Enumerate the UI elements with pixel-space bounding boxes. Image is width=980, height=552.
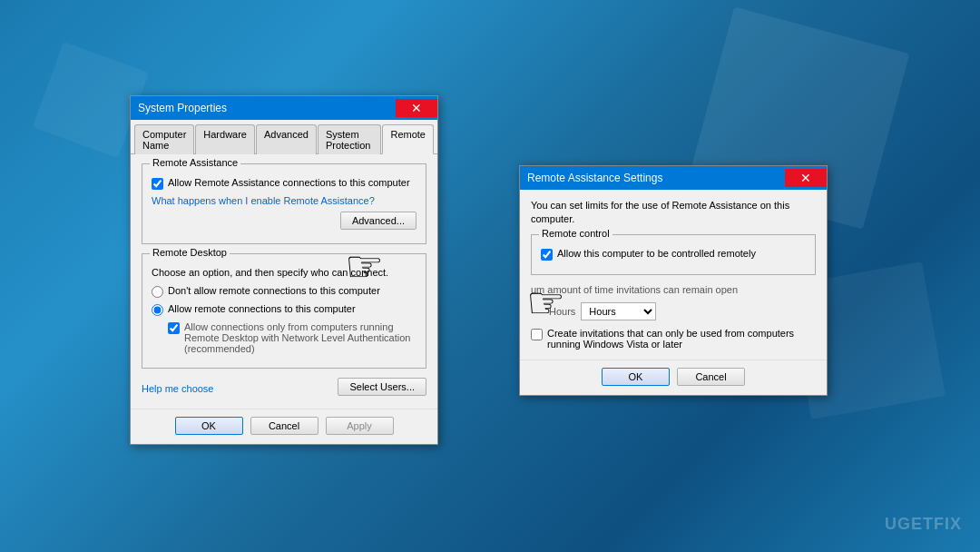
- system-properties-titlebar: System Properties ✕: [131, 96, 437, 120]
- tab-system-protection[interactable]: System Protection: [318, 124, 382, 154]
- remote-assistance-settings-dialog[interactable]: Remote Assistance Settings ✕ You can set…: [519, 165, 828, 396]
- nla-checkbox[interactable]: [168, 322, 180, 334]
- system-properties-dialog[interactable]: System Properties ✕ Computer Name Hardwa…: [130, 95, 438, 445]
- remote-assistance-help-link[interactable]: What happens when I enable Remote Assist…: [152, 195, 375, 206]
- allow-remote-assistance-checkbox[interactable]: [152, 178, 163, 190]
- remote-desktop-label: Remote Desktop: [150, 247, 230, 258]
- tab-hardware[interactable]: Hardware: [195, 124, 255, 154]
- allow-remote-assistance-text: Allow Remote Assistance connections to t…: [168, 177, 410, 188]
- select-users-button[interactable]: Select Users...: [338, 378, 426, 396]
- remote-assistance-settings-intro: You can set limits for the use of Remote…: [531, 199, 816, 227]
- radio-allow[interactable]: [152, 304, 163, 316]
- remote-assistance-settings-close-button[interactable]: ✕: [785, 169, 827, 187]
- remote-desktop-description: Choose an option, and then specify who c…: [152, 267, 416, 278]
- system-properties-footer: OK Cancel Apply: [131, 409, 437, 444]
- apply-button[interactable]: Apply: [326, 417, 394, 435]
- system-properties-title: System Properties: [138, 102, 227, 114]
- allow-remote-control-text: Allow this computer to be controlled rem…: [557, 248, 756, 259]
- remote-assistance-settings-title: Remote Assistance Settings: [527, 172, 662, 184]
- tab-computer-name[interactable]: Computer Name: [134, 124, 194, 154]
- vista-only-checkbox[interactable]: [531, 329, 543, 340]
- hours-label: Hours: [549, 306, 575, 317]
- settings-ok-button[interactable]: OK: [602, 368, 670, 386]
- help-me-choose-link[interactable]: Help me choose: [142, 383, 214, 394]
- remote-desktop-group: Remote Desktop Choose an option, and the…: [142, 253, 426, 369]
- tab-advanced[interactable]: Advanced: [256, 124, 317, 154]
- remote-control-group: Remote control Allow this computer to be…: [531, 234, 816, 275]
- remote-assistance-settings-titlebar: Remote Assistance Settings ✕: [520, 166, 827, 190]
- settings-cancel-button[interactable]: Cancel: [677, 368, 745, 386]
- nla-label: Allow connections only from computers ru…: [184, 321, 416, 354]
- remote-control-label: Remote control: [539, 228, 612, 239]
- system-properties-close-button[interactable]: ✕: [396, 99, 437, 117]
- remote-assistance-label: Remote Assistance: [150, 157, 240, 168]
- allow-remote-control-checkbox[interactable]: [541, 249, 553, 261]
- advanced-button[interactable]: Advanced...: [340, 212, 416, 230]
- radio-dont-allow-label: Don't allow remote connections to this c…: [168, 285, 380, 296]
- cancel-button[interactable]: Cancel: [250, 417, 318, 435]
- ok-button[interactable]: OK: [175, 417, 243, 435]
- tab-remote[interactable]: Remote: [382, 124, 434, 154]
- system-properties-tabs: Computer Name Hardware Advanced System P…: [131, 120, 437, 154]
- hours-dropdown[interactable]: Hours Minutes Days: [581, 302, 656, 320]
- radio-dont-allow[interactable]: [152, 286, 163, 298]
- radio-allow-label: Allow remote connections to this compute…: [168, 303, 356, 314]
- remote-assistance-group: Remote Assistance Allow Remote Assistanc…: [142, 163, 426, 244]
- remote-assistance-settings-footer: OK Cancel: [520, 360, 827, 395]
- invitations-truncated: um amount of time invitations can remain…: [531, 284, 816, 295]
- watermark: UGETFIX: [885, 515, 962, 534]
- vista-only-label: Create invitations that can only be used…: [547, 328, 816, 350]
